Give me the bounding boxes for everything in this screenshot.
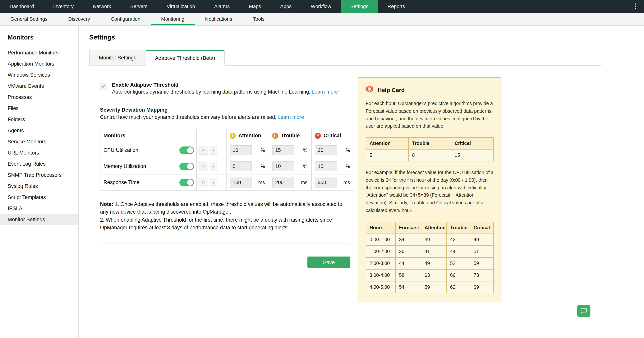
enable-adaptive-threshold-checkbox[interactable]: ✓ <box>100 83 107 90</box>
feedback-chat-button[interactable] <box>577 305 590 317</box>
critical-icon: ✕ <box>315 132 321 138</box>
operator-cpu-caret-icon[interactable]: ▾ <box>210 146 217 155</box>
subnav-item-general-settings[interactable]: General Settings <box>0 13 58 25</box>
help-card-paragraph-1: For each hour, OpManager's predictive al… <box>366 100 494 130</box>
save-button[interactable]: Save <box>308 256 350 268</box>
subnav-item-notifications[interactable]: Notifications <box>195 13 243 25</box>
adaptive-threshold-form: ✓ Enable Adaptive Threshold Auto-configu… <box>89 82 350 268</box>
sidebar-item-application-monitors[interactable]: Application Monitors <box>0 58 78 70</box>
kebab-menu-icon[interactable] <box>627 0 644 13</box>
nav-item-network[interactable]: Network <box>83 0 120 13</box>
table-row-cpu-utilization: CPU Utilization >▾ % % % <box>100 142 354 158</box>
forecast-example-table: Hours Forecast Attention Trouble Critica… <box>366 222 494 293</box>
enable-description: Auto-configures dynamic thresholds by le… <box>112 89 338 95</box>
nav-item-settings[interactable]: Settings <box>341 0 378 13</box>
sidebar: Monitors Performance Monitors Applicatio… <box>0 26 78 338</box>
sidebar-item-event-log-rules[interactable]: Event Log Rules <box>0 158 78 170</box>
table-row-response-time: Response Time >▾ ms ms ms <box>100 174 354 190</box>
unit-label: % <box>346 147 350 153</box>
input-response-critical[interactable] <box>315 177 337 187</box>
mapping-learn-more-link[interactable]: Learn more <box>278 114 304 120</box>
sidebar-title: Monitors <box>8 34 78 41</box>
operator-response-caret-icon[interactable]: ▾ <box>210 178 217 187</box>
operator-memory-caret-icon[interactable]: ▾ <box>210 162 217 171</box>
subnav-item-discovery[interactable]: Discovery <box>58 13 100 25</box>
severity-mapping-description-text: Control how much your dynamic thresholds… <box>100 114 276 120</box>
forecast-row: 2:00-3:00 44 49 52 59 <box>366 257 494 269</box>
input-memory-critical[interactable] <box>315 161 337 171</box>
monitors-header-label: Monitors <box>104 133 125 138</box>
toggle-response-time[interactable] <box>180 178 194 186</box>
deviation-header-trouble: Trouble <box>408 138 451 149</box>
input-response-attention[interactable] <box>230 177 252 187</box>
nav-item-workflow[interactable]: Workflow <box>301 0 340 13</box>
deviation-summary-table: Attention Trouble Critical 5 8 15 <box>366 137 494 162</box>
input-memory-trouble[interactable] <box>272 161 294 171</box>
operator-memory-select[interactable]: > <box>198 162 208 171</box>
sidebar-item-vmware-events[interactable]: VMware Events <box>0 80 78 92</box>
deviation-trouble-value: 8 <box>408 149 451 161</box>
check-icon: ✓ <box>102 84 106 89</box>
nav-item-apps[interactable]: Apps <box>271 0 301 13</box>
sidebar-item-performance-monitors[interactable]: Performance Monitors <box>0 47 78 58</box>
tab-bar: Monitor Settings Adaptive Threshold (Bet… <box>89 50 601 66</box>
unit-label: % <box>303 147 308 153</box>
severity-deviation-mapping-section: Severity Deviation Mapping Control how m… <box>100 107 350 120</box>
forecast-header-critical: Critical <box>470 222 494 234</box>
unit-label: % <box>260 163 265 169</box>
deviation-attention-value: 5 <box>366 149 408 161</box>
sidebar-item-syslog-rules[interactable]: Syslog Rules <box>0 180 78 192</box>
enable-learn-more-link[interactable]: Learn more <box>312 89 338 95</box>
input-memory-attention[interactable] <box>230 161 252 171</box>
sidebar-item-folders[interactable]: Folders <box>0 114 78 125</box>
enable-description-text: Auto-configures dynamic thresholds by le… <box>112 89 310 95</box>
subnav-item-configuration[interactable]: Configuration <box>100 13 151 25</box>
attention-icon: ! <box>230 132 236 138</box>
tab-adaptive-threshold[interactable]: Adaptive Threshold (Beta) <box>146 50 225 66</box>
input-cpu-trouble[interactable] <box>272 145 294 155</box>
nav-item-alarms[interactable]: Alarms <box>205 0 240 13</box>
sidebar-item-monitor-settings[interactable]: Monitor Settings <box>0 214 78 225</box>
table-header-row: Monitors !Attention Trouble ✕Critical <box>100 129 354 142</box>
sidebar-item-ipsla[interactable]: IPSLA <box>0 203 78 214</box>
section-divider <box>100 243 350 244</box>
sidebar-item-snmp-trap-processors[interactable]: SNMP Trap Processors <box>0 170 78 180</box>
nav-item-maps[interactable]: Maps <box>239 0 271 13</box>
sidebar-item-processes[interactable]: Processes <box>0 92 78 103</box>
sidebar-item-url-monitors[interactable]: URL Monitors <box>0 147 78 158</box>
col-header-operator <box>196 129 226 142</box>
opmanager-app: Dashboard Inventory Network Servers Virt… <box>0 0 644 338</box>
toggle-knob <box>187 163 193 169</box>
col-header-critical: ✕Critical <box>312 129 354 142</box>
sidebar-item-script-templates[interactable]: Script Templates <box>0 192 78 203</box>
toggle-cpu-utilization[interactable] <box>180 146 194 154</box>
nav-item-dashboard[interactable]: Dashboard <box>0 0 44 13</box>
deviation-values-row: 5 8 15 <box>366 149 494 161</box>
page-title: Settings <box>89 34 601 42</box>
deviation-header-critical: Critical <box>451 138 494 149</box>
input-cpu-attention[interactable] <box>230 145 252 155</box>
nav-item-virtualization[interactable]: Virtualization <box>157 0 204 13</box>
nav-item-servers[interactable]: Servers <box>121 0 157 13</box>
critical-header-label: Critical <box>324 133 341 138</box>
sidebar-item-agents[interactable]: Agents <box>0 125 78 136</box>
operator-response-select[interactable]: > <box>198 178 208 187</box>
forecast-row: 4:00-5:00 54 59 62 69 <box>366 281 494 293</box>
operator-cpu-select[interactable]: > <box>198 146 208 155</box>
subnav-item-monitoring[interactable]: Monitoring <box>151 13 195 25</box>
forecast-header-attention: Attention <box>421 222 446 234</box>
toggle-memory-utilization[interactable] <box>180 162 194 170</box>
nav-item-reports[interactable]: Reports <box>378 0 414 13</box>
sidebar-item-service-monitors[interactable]: Service Monitors <box>0 136 78 147</box>
input-response-trouble[interactable] <box>272 177 294 187</box>
sidebar-item-files[interactable]: Files <box>0 103 78 114</box>
subnav-item-tools[interactable]: Tools <box>243 13 275 25</box>
chat-bubble-icon <box>580 308 587 314</box>
unit-label: % <box>303 163 308 169</box>
trouble-header-label: Trouble <box>281 133 300 138</box>
input-cpu-critical[interactable] <box>315 145 337 155</box>
nav-item-inventory[interactable]: Inventory <box>44 0 83 13</box>
sidebar-item-windows-services[interactable]: Windows Services <box>0 70 78 80</box>
tab-monitor-settings[interactable]: Monitor Settings <box>89 50 146 66</box>
deviation-header-attention: Attention <box>366 138 408 149</box>
